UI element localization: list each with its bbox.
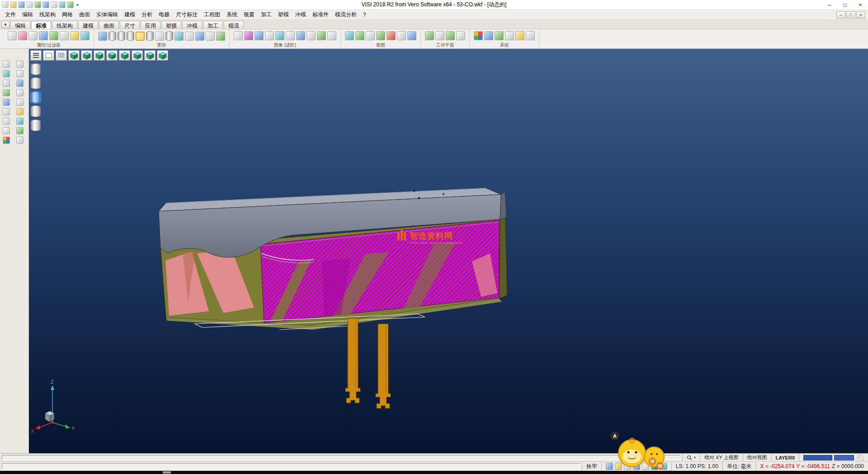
selection-filter-button-5[interactable] xyxy=(31,119,41,131)
view-bottom-button[interactable] xyxy=(94,50,105,61)
graphics-cylinder-icon-2[interactable] xyxy=(118,31,125,41)
undo-icon[interactable] xyxy=(34,1,41,8)
menu-item-system[interactable]: 系统 xyxy=(223,10,241,19)
image-tool-icon-10[interactable] xyxy=(327,31,336,40)
layer-indicator[interactable]: LAYER0 xyxy=(771,454,799,461)
selection-filter-button-4[interactable] xyxy=(31,105,41,117)
absolute-view-indicator[interactable]: 绝对视图 xyxy=(743,454,771,461)
filter-tool-icon-2[interactable] xyxy=(49,31,58,40)
pen-color-swatch[interactable] xyxy=(834,455,854,460)
tab-molding[interactable]: 塑膜 xyxy=(161,21,181,29)
copy-icon[interactable] xyxy=(51,1,57,8)
snap-lock-cell[interactable]: 拴牢 xyxy=(582,462,601,471)
view-menu-button[interactable] xyxy=(30,50,42,61)
view-tool-icon-4[interactable] xyxy=(376,31,385,40)
filter-tool-icon-1[interactable] xyxy=(39,31,48,40)
save-file-icon[interactable] xyxy=(18,1,25,8)
view-right-button[interactable] xyxy=(144,50,156,61)
tab-modeling[interactable]: 建模 xyxy=(78,21,98,29)
status-cube-icon[interactable] xyxy=(660,463,667,470)
status-camera-icon[interactable] xyxy=(615,463,622,470)
graphics-tool-icon-4[interactable] xyxy=(195,32,204,41)
view-tool-icon-1[interactable] xyxy=(345,31,354,40)
search-dropdown-icon[interactable]: ▾ xyxy=(694,455,696,460)
model-ejector-pin-1[interactable] xyxy=(345,318,360,403)
image-tool-icon-9[interactable] xyxy=(317,31,326,40)
status-material-icon[interactable] xyxy=(651,463,658,470)
menu-item-analysis[interactable]: 分析 xyxy=(138,10,156,19)
view-trimetric-button[interactable] xyxy=(157,50,168,61)
render-tool-icon[interactable] xyxy=(3,99,10,106)
view-isometric-button[interactable] xyxy=(68,50,80,61)
filter-tool-icon-5[interactable] xyxy=(80,31,90,40)
dynamic-view-icon[interactable] xyxy=(16,80,24,87)
scissors-icon[interactable] xyxy=(16,61,24,68)
selection-filter-button-3[interactable] xyxy=(31,91,41,103)
layer-tool-icon[interactable] xyxy=(16,108,24,115)
layer-color-swatch[interactable] xyxy=(803,455,832,460)
image-tool-icon-5[interactable] xyxy=(275,31,284,40)
menu-item-dimension[interactable]: 尺寸标注 xyxy=(173,10,201,19)
image-tool-icon-1[interactable] xyxy=(234,31,243,40)
tab-dimension[interactable]: 尺寸 xyxy=(120,21,140,29)
menu-item-machining[interactable]: 加工 xyxy=(258,10,275,19)
tab-standard[interactable]: 标准 xyxy=(31,21,51,29)
filter-tool-icon-4[interactable] xyxy=(70,31,79,40)
view-tool-icon-3[interactable] xyxy=(366,31,375,40)
menu-item-mold[interactable]: 塑模 xyxy=(275,10,292,19)
tab-moldflow[interactable]: 模流 xyxy=(224,21,244,29)
palette-tool-icon[interactable] xyxy=(3,137,10,144)
image-tool-icon-6[interactable] xyxy=(286,31,295,40)
menu-item-standard-parts[interactable]: 标准件 xyxy=(309,10,332,19)
attribute-tool-icon-2[interactable] xyxy=(18,31,27,40)
menu-item-window[interactable]: 视窗 xyxy=(241,10,258,19)
view-back-button[interactable] xyxy=(119,50,130,61)
model-3d[interactable] xyxy=(159,188,507,408)
open-file-icon[interactable] xyxy=(10,1,17,8)
tab-dropdown-icon[interactable]: ▼ xyxy=(1,21,9,28)
grid-view-button[interactable] xyxy=(56,50,67,61)
attribute-tool-icon-3[interactable] xyxy=(28,31,38,40)
graphics-cylinder-icon-1[interactable] xyxy=(108,31,116,41)
attribute-tool-icon-1[interactable] xyxy=(8,31,17,40)
model-body-right[interactable] xyxy=(499,217,507,299)
settings-icon[interactable] xyxy=(67,1,74,8)
sheet-tool-icon[interactable] xyxy=(16,99,24,106)
wireframe-mode-icon[interactable] xyxy=(16,89,24,96)
view-front-button[interactable] xyxy=(106,50,118,61)
viewport-canvas[interactable]: 智造资料网 INTELLIGENT MANUFACTURING DATA Z X xyxy=(29,49,868,453)
model-ejector-pin-2[interactable] xyxy=(376,324,391,408)
workplane-tool-icon-3[interactable] xyxy=(446,31,455,40)
rotate-view-icon[interactable] xyxy=(3,80,10,87)
mdi-minimize-button[interactable]: – xyxy=(836,11,845,19)
graphics-tool-icon-5[interactable] xyxy=(206,32,215,41)
maximize-button[interactable]: □ xyxy=(837,0,853,9)
graphics-cylinder-icon-3[interactable] xyxy=(127,31,134,41)
text-tool-icon[interactable] xyxy=(16,118,24,125)
graphics-tool-icon-1[interactable] xyxy=(155,32,164,41)
menu-item-help[interactable]: ? xyxy=(360,11,369,19)
menu-item-wireframe[interactable]: 线架构 xyxy=(36,10,59,19)
status-monitor-icon[interactable] xyxy=(606,463,613,470)
flag-tool-icon[interactable] xyxy=(16,137,24,144)
menu-item-solid-edit[interactable]: 实体编辑 xyxy=(93,10,121,19)
graphics-tool-icon-6[interactable] xyxy=(216,32,225,41)
image-tool-icon-3[interactable] xyxy=(255,31,264,40)
view-tool-icon-5[interactable] xyxy=(387,31,396,40)
menu-item-surface[interactable]: 曲面 xyxy=(76,10,93,19)
tab-surface[interactable]: 曲面 xyxy=(99,21,119,29)
redo-icon[interactable] xyxy=(42,1,49,8)
view-tool-icon-6[interactable] xyxy=(397,31,406,40)
system-tool-icon-5[interactable] xyxy=(515,31,524,40)
view-left-button[interactable] xyxy=(132,50,143,61)
graphics-cylinder-icon-5[interactable] xyxy=(165,31,173,41)
tab-wireframe[interactable]: 线架构 xyxy=(52,21,77,29)
close-button[interactable]: × xyxy=(853,0,868,9)
status-settings-icon[interactable] xyxy=(642,463,649,470)
pan-tool-icon[interactable] xyxy=(3,70,10,77)
tab-application[interactable]: 应用 xyxy=(141,21,160,29)
qat-dropdown-icon[interactable]: ▾ xyxy=(75,3,80,7)
system-tool-icon-1[interactable] xyxy=(474,31,483,40)
menu-item-modeling[interactable]: 建模 xyxy=(121,10,138,19)
new-view-button[interactable] xyxy=(43,50,54,61)
